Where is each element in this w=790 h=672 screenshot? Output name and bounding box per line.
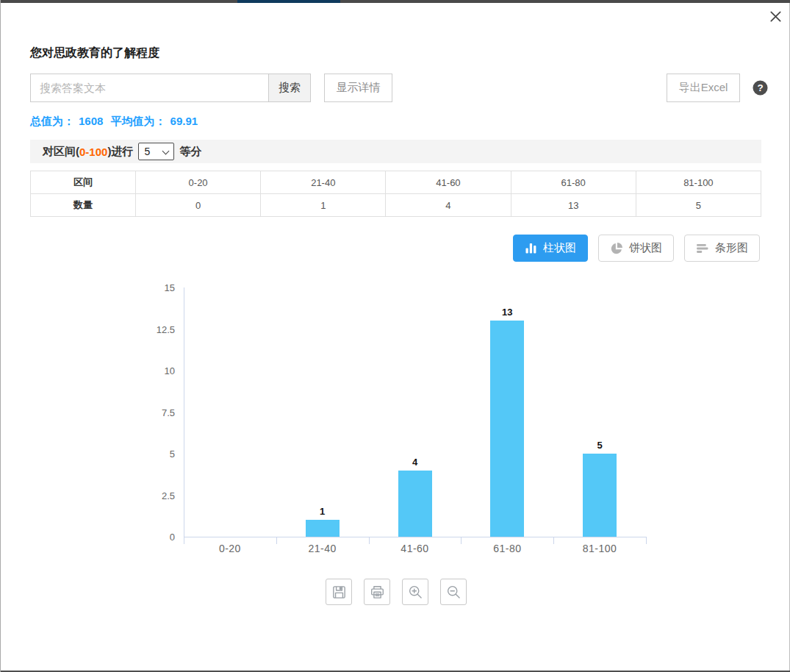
close-icon[interactable] bbox=[766, 7, 785, 26]
chart-type-bar-chart[interactable]: 条形图 bbox=[684, 235, 760, 262]
chart-bar bbox=[398, 471, 432, 537]
interval-count-table: 区间0-2021-4041-6061-8081-100数量014135 bbox=[30, 171, 761, 217]
x-axis-tick bbox=[646, 537, 647, 544]
browser-tab-sliver bbox=[237, 0, 340, 3]
table-cell: 5 bbox=[636, 194, 761, 217]
table-header-count: 数量 bbox=[31, 194, 136, 217]
x-axis-category-label: 61-80 bbox=[493, 543, 521, 554]
chart-type-label: 柱状图 bbox=[543, 241, 576, 255]
table-cell: 4 bbox=[386, 194, 511, 217]
average-value: 69.91 bbox=[170, 115, 198, 127]
question-title: 您对思政教育的了解程度 bbox=[30, 46, 159, 61]
print-button[interactable] bbox=[364, 579, 390, 605]
export-excel-button[interactable]: 导出Excel bbox=[667, 74, 740, 102]
interval-parts-select[interactable]: 5 bbox=[138, 143, 174, 160]
y-axis-tick-label: 2.5 bbox=[131, 490, 175, 501]
zoom-in-button[interactable] bbox=[402, 579, 428, 605]
x-axis-category-label: 41-60 bbox=[401, 543, 428, 554]
table-cell: 0-20 bbox=[136, 171, 261, 194]
bar-value-label: 1 bbox=[320, 506, 325, 517]
save-button[interactable] bbox=[326, 579, 352, 605]
y-axis-tick-label: 15 bbox=[131, 282, 175, 293]
chart-type-pie-chart[interactable]: 饼状图 bbox=[598, 235, 674, 262]
interval-prefix: 对区间( bbox=[43, 145, 79, 159]
table-cell: 13 bbox=[511, 194, 636, 217]
save-icon bbox=[331, 585, 347, 600]
print-icon bbox=[370, 585, 385, 600]
interval-select-wrap: 5 bbox=[138, 143, 174, 160]
y-axis-line bbox=[184, 287, 184, 537]
total-value: 1608 bbox=[79, 115, 103, 127]
y-axis-tick-label: 0 bbox=[131, 532, 175, 543]
chart-type-switcher: 柱状图饼状图条形图 bbox=[503, 235, 760, 262]
x-axis-category-label: 81-100 bbox=[583, 543, 617, 554]
x-axis-tick bbox=[276, 537, 277, 544]
bar-value-label: 5 bbox=[597, 440, 602, 451]
pie-chart-icon bbox=[610, 242, 623, 255]
interval-divider-bar: 对区间(0-100)进行 5 等分 bbox=[30, 140, 761, 163]
help-icon[interactable]: ? bbox=[753, 80, 768, 96]
total-label: 总值为： bbox=[30, 115, 74, 127]
bar-value-label: 4 bbox=[412, 457, 417, 468]
interval-range: 0-100 bbox=[79, 146, 107, 158]
x-axis-line bbox=[184, 537, 647, 537]
search-row: 搜索 显示详情 bbox=[30, 74, 392, 102]
browser-top-edge bbox=[1, 0, 790, 3]
zoom-out-icon bbox=[446, 585, 462, 600]
bar-chart-icon bbox=[696, 242, 709, 255]
table-row: 区间0-2021-4041-6061-8081-100 bbox=[31, 171, 761, 194]
interval-suffix: )进行 bbox=[107, 145, 133, 159]
search-input[interactable] bbox=[30, 74, 269, 102]
y-axis-tick-label: 7.5 bbox=[131, 407, 175, 418]
table-cell: 41-60 bbox=[386, 171, 511, 194]
table-row: 数量014135 bbox=[31, 194, 761, 217]
summary-stats: 总值为：1608 平均值为：69.91 bbox=[30, 115, 202, 129]
column-chart-icon bbox=[525, 242, 537, 254]
statistics-modal: 您对思政教育的了解程度 搜索 显示详情 导出Excel ? 总值为：1608 平… bbox=[0, 0, 790, 672]
table-header-interval: 区间 bbox=[31, 171, 136, 194]
y-axis-tick-label: 10 bbox=[131, 365, 175, 376]
chart-bar bbox=[583, 454, 617, 537]
table-cell: 21-40 bbox=[261, 171, 386, 194]
y-axis-tick-label: 5 bbox=[131, 448, 175, 460]
chart-type-label: 饼状图 bbox=[629, 241, 662, 255]
table-cell: 0 bbox=[136, 194, 261, 217]
svg-text:?: ? bbox=[757, 82, 763, 93]
x-axis-category-label: 0-20 bbox=[219, 543, 241, 554]
chart-type-column-chart[interactable]: 柱状图 bbox=[513, 235, 588, 262]
chart-toolbar bbox=[326, 579, 467, 605]
table-cell: 1 bbox=[261, 194, 386, 217]
average-label: 平均值为： bbox=[111, 115, 166, 127]
x-axis-tick bbox=[553, 537, 554, 544]
interval-unit-label: 等分 bbox=[179, 145, 201, 159]
show-details-button[interactable]: 显示详情 bbox=[324, 74, 392, 102]
zoom-out-button[interactable] bbox=[440, 579, 467, 605]
x-axis-category-label: 21-40 bbox=[309, 543, 337, 554]
table-cell: 61-80 bbox=[511, 171, 636, 194]
x-axis-tick bbox=[369, 537, 370, 544]
chart-bar bbox=[490, 321, 524, 537]
bar-value-label: 13 bbox=[502, 307, 512, 318]
export-area: 导出Excel ? bbox=[667, 74, 768, 102]
zoom-in-icon bbox=[408, 585, 423, 600]
search-button[interactable]: 搜索 bbox=[268, 74, 311, 102]
x-axis-tick bbox=[461, 537, 462, 544]
y-axis-tick-label: 12.5 bbox=[131, 324, 175, 335]
x-axis-tick bbox=[184, 537, 184, 544]
chart-bar bbox=[306, 520, 340, 537]
chart-type-label: 条形图 bbox=[715, 241, 748, 255]
table-cell: 81-100 bbox=[636, 171, 761, 194]
